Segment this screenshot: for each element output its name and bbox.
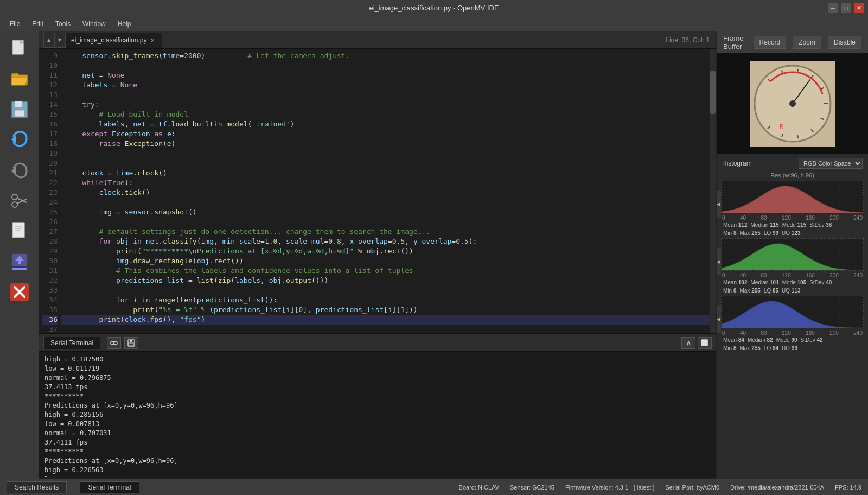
terminal-save-icon[interactable] <box>124 337 138 349</box>
svg-rect-25 <box>130 340 132 342</box>
status-fps: FPS: 14.9 <box>835 484 861 491</box>
frame-buffer-label: Frame Buffer <box>723 34 747 50</box>
terminal-icons <box>107 337 138 349</box>
document-icon[interactable] <box>7 218 33 244</box>
statusbar: Search Results Serial Terminal Board: NI… <box>0 479 868 495</box>
status-drive: Drive: /media/alexandra/2821-004A <box>730 484 824 491</box>
terminal-line: Predictions at [x=0,y=0,w=96,h=96] <box>44 401 711 410</box>
tab-arrow-up[interactable]: ▲ <box>43 33 54 48</box>
histogram-header: Histogram RGB Color Space <box>719 156 866 171</box>
terminal-line: high = 0.187500 <box>44 355 711 364</box>
terminal-line: ********** <box>44 392 711 401</box>
code-content[interactable]: sensor.skip_frames(time=2000) # Let the … <box>61 49 710 333</box>
menu-edit[interactable]: Edit <box>27 18 49 29</box>
editor-tab[interactable]: ei_image_classification.py ✕ <box>65 33 162 48</box>
tab-arrow-down[interactable]: ▼ <box>54 33 65 48</box>
svg-rect-3 <box>15 101 22 107</box>
blue-hist-stats2: Min 8Max 255LQ 84UQ 99 <box>721 344 864 352</box>
scissors-icon[interactable] <box>7 188 33 214</box>
status-firmware: Firmware Version: 4.3.1 - [ latest ] <box>565 484 654 491</box>
svg-point-7 <box>12 194 17 200</box>
terminal-line: high = 0.226563 <box>44 466 711 475</box>
green-hist-canvas <box>721 238 864 271</box>
minimize-button[interactable]: ─ <box>828 3 838 13</box>
close-button[interactable]: ✕ <box>854 3 864 13</box>
right-panel-header: Frame Buffer Record Zoom Disable <box>717 31 868 53</box>
status-serial-port: Serial Port: ttyACM0 <box>665 484 719 491</box>
green-hist-scroll[interactable]: ◀ <box>717 248 721 275</box>
status-tab-search-results[interactable]: Search Results <box>7 481 67 493</box>
editor-status: Line: 36, Col: 1 <box>666 36 714 44</box>
blue-hist-canvas <box>721 296 864 328</box>
green-hist-axis: 04080120160200240 <box>721 272 864 278</box>
terminal-line: low = 0.007813 <box>44 420 711 429</box>
code-scrollthumb[interactable] <box>710 71 716 114</box>
menu-tools[interactable]: Tools <box>50 18 76 29</box>
undo-icon[interactable] <box>7 127 33 153</box>
terminal-line: low = 0.023438 <box>44 475 711 477</box>
error-icon[interactable] <box>7 279 33 305</box>
status-sensor: Sensor: GC2145 <box>510 484 554 491</box>
zoom-button[interactable]: Zoom <box>793 36 821 49</box>
green-histogram-container: ◀ 04080120160200240 Mean 102Median 101Mo… <box>721 238 864 295</box>
res-label: Res (w:96, h:96) <box>719 171 866 180</box>
editor-area: ▲ ▼ ei_image_classification.py ✕ Line: 3… <box>39 31 716 479</box>
code-editor[interactable]: 910111213 1415161718 1920212223 24252627… <box>39 49 716 333</box>
red-hist-canvas <box>721 181 864 213</box>
code-scrollbar[interactable] <box>710 49 716 333</box>
terminal-content: high = 0.187500 low = 0.011719 normal = … <box>39 352 716 477</box>
maximize-button[interactable]: □ <box>841 3 851 13</box>
frame-image <box>717 53 868 154</box>
terminal-line: 37.4113 fps <box>44 383 711 392</box>
blue-hist-scroll[interactable]: ◀ <box>717 306 721 333</box>
status-info: Board: NICLAV Sensor: GC2145 Firmware Ve… <box>459 484 861 491</box>
upload-icon[interactable] <box>7 249 33 275</box>
stop-icon[interactable] <box>7 157 33 183</box>
terminal-collapse-button[interactable]: ∧ <box>681 337 695 349</box>
status-board: Board: NICLAV <box>459 484 499 491</box>
terminal-header: Serial Terminal ∧ ⬜ <box>39 334 716 352</box>
main-layout: ▲ ▼ ei_image_classification.py ✕ Line: 3… <box>0 31 868 479</box>
svg-rect-17 <box>12 268 27 270</box>
green-hist-stats: Mean 102Median 101Mode 105StDev 40 <box>721 278 864 287</box>
blue-hist-axis: 04080120160200240 <box>721 330 864 336</box>
save-file-icon[interactable] <box>7 97 33 123</box>
gauge-canvas <box>750 61 835 147</box>
right-panel: Frame Buffer Record Zoom Disable Histogr… <box>716 31 868 479</box>
titlebar: ei_image_classification.py - OpenMV IDE … <box>0 0 868 16</box>
red-hist-stats2: Min 8Max 255LQ 99UQ 123 <box>721 229 864 237</box>
tab-close-button[interactable]: ✕ <box>149 36 156 44</box>
terminal-line: 37.4111 fps <box>44 438 711 447</box>
status-tab-serial-terminal[interactable]: Serial Terminal <box>80 481 139 493</box>
terminal-tab[interactable]: Serial Terminal <box>43 337 100 349</box>
terminal-connect-icon[interactable] <box>107 337 121 349</box>
green-hist-stats2: Min 8Max 255LQ 85UQ 113 <box>721 287 864 295</box>
tab-nav[interactable]: ▲ ▼ <box>43 33 65 48</box>
red-histogram-container: ◀ 04080120160200240 Mean 112Median 115Mo… <box>721 181 864 237</box>
disable-button[interactable]: Disable <box>828 36 861 49</box>
menu-help[interactable]: Help <box>112 18 137 29</box>
terminal-line: normal = 0.707031 <box>44 429 711 438</box>
open-folder-icon[interactable] <box>7 66 33 92</box>
svg-point-22 <box>114 341 117 345</box>
new-file-icon[interactable] <box>7 36 33 62</box>
titlebar-controls[interactable]: ─ □ ✕ <box>828 3 864 13</box>
histogram-label: Histogram <box>722 160 752 167</box>
menu-file[interactable]: File <box>4 18 25 29</box>
blue-histogram-container: ◀ 04080120160200240 Mean 84Median 82Mode… <box>721 296 864 352</box>
terminal-expand-button[interactable]: ⬜ <box>698 337 712 349</box>
titlebar-title: ei_image_classification.py - OpenMV IDE <box>369 4 499 12</box>
svg-rect-4 <box>15 110 24 117</box>
red-hist-scroll[interactable]: ◀ <box>717 191 721 218</box>
svg-rect-11 <box>12 223 24 238</box>
color-space-select[interactable]: RGB Color Space <box>799 158 863 169</box>
tab-bar: ▲ ▼ ei_image_classification.py ✕ Line: 3… <box>39 31 716 49</box>
menu-window[interactable]: Window <box>77 18 111 29</box>
terminal-line: Predictions at [x=0,y=0,w=96,h=96] <box>44 456 711 466</box>
line-numbers: 910111213 1415161718 1920212223 24252627… <box>39 49 61 333</box>
svg-point-21 <box>111 341 114 345</box>
menubar: File Edit Tools Window Help <box>0 16 868 31</box>
record-button[interactable]: Record <box>754 36 787 49</box>
histogram-section: Histogram RGB Color Space Res (w:96, h:9… <box>717 154 868 479</box>
tab-filename: ei_image_classification.py <box>71 36 146 44</box>
